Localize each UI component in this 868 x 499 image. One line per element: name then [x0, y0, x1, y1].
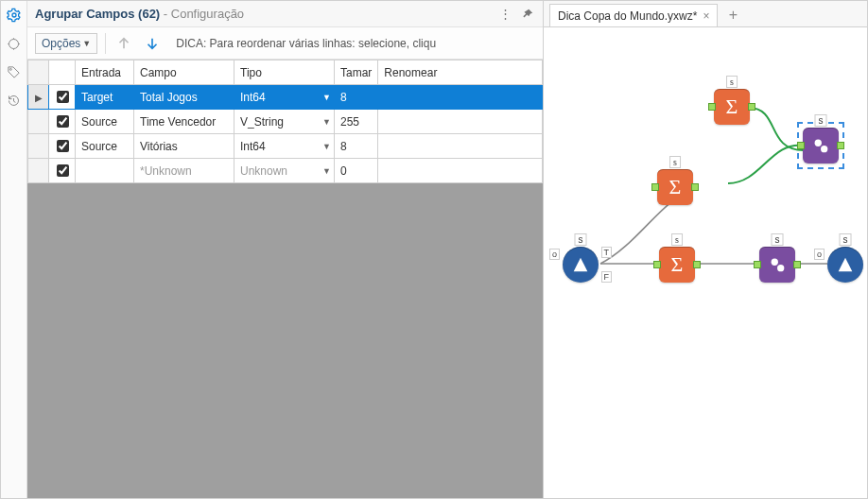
- cell-renomear[interactable]: [378, 85, 543, 110]
- anchor-out[interactable]: [837, 142, 844, 149]
- row-header[interactable]: [28, 134, 49, 159]
- cell-tamanho[interactable]: 0: [335, 159, 378, 183]
- workflow-canvas[interactable]: s Σ s s Σ s o: [544, 27, 867, 498]
- history-icon[interactable]: [6, 92, 23, 109]
- grid-col-check[interactable]: [49, 60, 76, 85]
- close-tab-icon[interactable]: ×: [703, 9, 709, 23]
- cell-entrada[interactable]: Source: [76, 110, 134, 134]
- row-checkbox-cell[interactable]: [49, 110, 76, 134]
- anchor-in[interactable]: [653, 261, 661, 268]
- grid-col-renomear[interactable]: Renomear: [378, 60, 543, 85]
- row-checkbox[interactable]: [57, 140, 69, 152]
- group-fields-tool-selected[interactable]: s: [803, 128, 839, 163]
- anchor-in[interactable]: [651, 183, 659, 191]
- svg-point-0: [12, 13, 16, 17]
- anchor-in[interactable]: [797, 142, 805, 149]
- delta-icon: [570, 254, 591, 275]
- svg-point-4: [821, 146, 827, 152]
- svg-point-5: [772, 259, 778, 266]
- anchor-out[interactable]: [693, 261, 701, 268]
- cell-campo[interactable]: Vitórias: [134, 134, 234, 159]
- summarize-tool-3[interactable]: s Σ: [659, 247, 695, 283]
- move-down-button[interactable]: [142, 33, 163, 54]
- config-panel: Agrupar Campos (62) - Configuração ⋮ Opç…: [27, 1, 544, 498]
- cell-entrada[interactable]: Source: [76, 134, 134, 159]
- row-header[interactable]: [28, 159, 49, 183]
- row-checkbox-cell[interactable]: [49, 85, 76, 110]
- cell-tamanho[interactable]: 8: [335, 134, 378, 159]
- table-row[interactable]: *UnknownUnknown▼0: [28, 159, 543, 183]
- config-toolbar: Opções ▼ DICA: Para reordenar várias lin…: [27, 27, 543, 60]
- grid-col-campo[interactable]: Campo: [134, 60, 234, 85]
- row-header[interactable]: [28, 110, 49, 134]
- table-row[interactable]: SourceTime VencedorV_String▼255: [28, 110, 543, 134]
- anchor-in[interactable]: [754, 261, 761, 268]
- row-checkbox[interactable]: [57, 115, 69, 128]
- cell-renomear[interactable]: [378, 110, 543, 134]
- anchor-out[interactable]: [793, 261, 801, 268]
- tag-icon[interactable]: [6, 63, 23, 80]
- row-checkbox-cell[interactable]: [49, 134, 76, 159]
- tool-anchor-label: s: [726, 76, 738, 88]
- separator: [105, 33, 106, 54]
- workflow-tab[interactable]: Dica Copa do Mundo.yxwz* ×: [549, 4, 718, 26]
- row-checkbox[interactable]: [57, 91, 69, 103]
- options-dropdown[interactable]: Opções ▼: [35, 33, 97, 54]
- pin-icon[interactable]: [520, 7, 535, 22]
- filter-tool-1[interactable]: s o T F: [563, 247, 599, 283]
- table-row[interactable]: TargetTotal JogosInt64▼8: [28, 85, 543, 110]
- anchor-in[interactable]: [708, 103, 716, 111]
- row-checkbox-cell[interactable]: [49, 159, 76, 183]
- filter-tool-2[interactable]: s o: [827, 247, 863, 283]
- workflow-tab-label: Dica Copa do Mundo.yxwz*: [558, 9, 697, 23]
- sigma-icon: Σ: [669, 175, 682, 199]
- grid-col-entrada[interactable]: Entrada: [76, 60, 134, 85]
- summarize-tool-2[interactable]: s Σ: [657, 169, 693, 205]
- cell-tamanho[interactable]: 8: [335, 85, 378, 110]
- table-row[interactable]: SourceVitóriasInt64▼8: [28, 134, 543, 159]
- row-header[interactable]: [28, 85, 49, 110]
- cell-campo[interactable]: Time Vencedor: [134, 110, 234, 134]
- tool-anchor-label: s: [669, 156, 681, 168]
- cell-campo[interactable]: Total Jogos: [134, 85, 234, 110]
- gears-icon: [767, 254, 788, 275]
- svg-point-2: [9, 68, 11, 70]
- chevron-down-icon[interactable]: ▼: [322, 142, 331, 151]
- selection-box: s: [797, 122, 844, 169]
- cell-renomear[interactable]: [378, 134, 543, 159]
- cell-campo[interactable]: *Unknown: [134, 159, 234, 183]
- add-tab-button[interactable]: +: [721, 4, 744, 26]
- svg-point-1: [9, 39, 19, 48]
- cell-tipo[interactable]: V_String▼: [234, 110, 335, 134]
- field-grid[interactable]: Entrada Campo Tipo Tamar Renomear Target…: [27, 60, 543, 183]
- cell-renomear[interactable]: [378, 159, 543, 183]
- chevron-down-icon[interactable]: ▼: [322, 117, 331, 127]
- chevron-down-icon[interactable]: ▼: [322, 166, 331, 176]
- anchor-out[interactable]: [691, 183, 699, 191]
- cell-tipo[interactable]: Unknown▼: [234, 159, 335, 183]
- move-up-button[interactable]: [113, 33, 134, 54]
- cell-tipo[interactable]: Int64▼: [234, 134, 335, 159]
- grid-col-tamanho[interactable]: Tamar: [335, 60, 378, 85]
- grid-col-tipo[interactable]: Tipo: [234, 60, 335, 85]
- anchor-o: o: [814, 249, 825, 260]
- cell-tipo[interactable]: Int64▼: [234, 85, 335, 110]
- gear-icon[interactable]: [6, 7, 23, 24]
- row-checkbox[interactable]: [57, 164, 69, 177]
- anchor-o: o: [549, 249, 560, 260]
- cell-entrada[interactable]: [76, 159, 134, 183]
- cell-entrada[interactable]: Target: [76, 85, 134, 110]
- cell-tamanho[interactable]: 255: [335, 110, 378, 134]
- grid-corner: [28, 60, 49, 85]
- chevron-down-icon[interactable]: ▼: [322, 93, 331, 102]
- tab-bar: Dica Copa do Mundo.yxwz* × +: [544, 1, 867, 27]
- summarize-tool-1[interactable]: s Σ: [714, 89, 750, 125]
- panel-title-main: Agrupar Campos (62): [35, 7, 160, 21]
- tool-anchor-label: s: [575, 233, 587, 246]
- target-icon[interactable]: [6, 35, 23, 52]
- sigma-icon: Σ: [726, 95, 738, 119]
- anchor-out[interactable]: [748, 103, 755, 111]
- sigma-icon: Σ: [671, 252, 684, 277]
- group-fields-tool-2[interactable]: s: [759, 247, 795, 283]
- more-options-icon[interactable]: ⋮: [497, 7, 512, 22]
